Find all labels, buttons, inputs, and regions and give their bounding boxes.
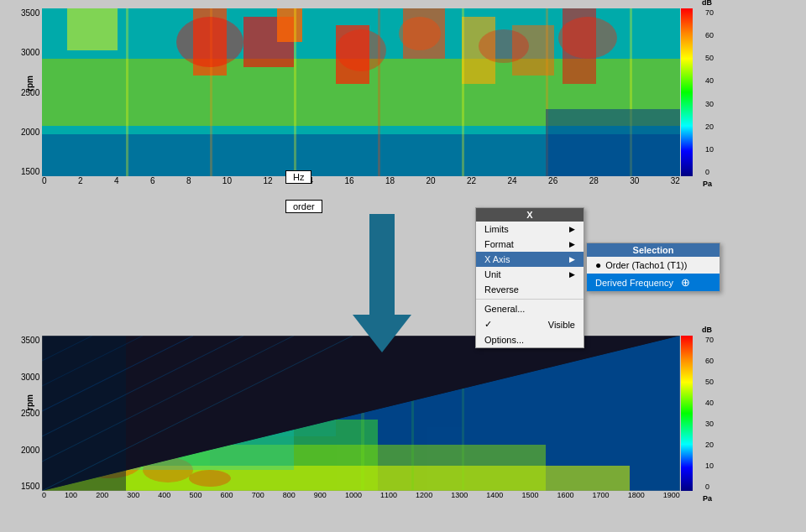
- bottom-colorbar-unit-pa: Pa: [703, 494, 712, 503]
- top-colorbar: dB 70 60 50: [672, 8, 714, 176]
- context-menu-unit[interactable]: Unit ▶: [476, 267, 584, 282]
- xaxis-arrow-icon: ▶: [569, 255, 575, 263]
- svg-point-24: [558, 17, 617, 59]
- bottom-x-axis-ticks: 0 100 200 300 400 500 600 700 800 900 10…: [42, 491, 680, 499]
- top-colorbar-unit-db: dB: [702, 0, 712, 7]
- svg-point-23: [479, 29, 529, 63]
- bottom-colorbar-unit-db: dB: [702, 326, 712, 334]
- top-colorbar-unit-pa: Pa: [703, 180, 712, 188]
- svg-rect-26: [681, 8, 693, 176]
- submenu-header: Selection: [587, 243, 720, 257]
- bottom-colorbar-gradient: [681, 336, 693, 491]
- svg-rect-50: [42, 336, 126, 491]
- context-menu-general[interactable]: General...: [476, 301, 584, 316]
- context-menu-limits[interactable]: Limits ▶: [476, 222, 584, 237]
- top-heatmap-area: [42, 8, 680, 176]
- context-menu-reverse[interactable]: Reverse: [476, 282, 584, 297]
- svg-rect-16: [462, 8, 464, 176]
- top-plot: rpm 3500 3000 2500 2000 1500: [25, 8, 714, 189]
- svg-point-40: [189, 470, 231, 487]
- bottom-colorbar-ticks: 70 60 50 40 30 20 10 0: [705, 336, 714, 491]
- svg-rect-25: [546, 109, 680, 176]
- top-heatmap-svg: [42, 8, 680, 176]
- svg-marker-29: [353, 315, 411, 352]
- main-container: rpm 3500 3000 2500 2000 1500: [0, 0, 806, 532]
- top-x-axis-ticks: 0 2 4 6 8 10 12 14 16 18 20 22 24 26 28 …: [42, 176, 680, 185]
- submenu-derived-frequency[interactable]: Derived Frequency ⊕: [587, 274, 720, 291]
- top-colorbar-gradient: [681, 8, 693, 176]
- svg-rect-15: [378, 8, 380, 176]
- order-bullet-icon: ●: [595, 259, 601, 271]
- context-menu-xaxis[interactable]: X Axis ▶: [476, 252, 584, 267]
- submenu-order[interactable]: ● Order (Tacho1 (T1)): [587, 257, 720, 274]
- svg-point-21: [336, 29, 386, 71]
- svg-rect-58: [681, 336, 693, 491]
- resize-cursor-icon: ⊕: [681, 276, 690, 289]
- unit-arrow-icon: ▶: [569, 270, 575, 279]
- bottom-heatmap-svg: [42, 336, 680, 491]
- svg-rect-28: [369, 214, 395, 315]
- bottom-colorbar: dB 70 60 50: [672, 336, 714, 491]
- context-menu-visible[interactable]: Visible: [476, 316, 584, 332]
- submenu: Selection ● Order (Tacho1 (T1)) Derived …: [586, 243, 720, 292]
- format-arrow-icon: ▶: [569, 240, 575, 248]
- svg-point-20: [176, 17, 243, 67]
- bottom-y-axis-ticks: 3500 3000 2500 2000 1500: [21, 336, 39, 491]
- svg-rect-14: [294, 8, 296, 176]
- svg-rect-5: [277, 8, 302, 42]
- context-menu-options[interactable]: Options...: [476, 332, 584, 347]
- top-colorbar-ticks: 70 60 50 40 30 20 10 0: [705, 8, 714, 176]
- bottom-x-axis-label: Hz: [285, 170, 311, 184]
- arrow-svg: [348, 214, 416, 352]
- svg-point-22: [399, 17, 441, 50]
- context-menu-separator: [476, 299, 584, 300]
- svg-rect-2: [67, 8, 118, 50]
- top-x-axis-label: order: [285, 200, 322, 213]
- bottom-plot: rpm 3500 3000 2500 2000 1500: [25, 336, 714, 520]
- svg-rect-12: [126, 8, 128, 176]
- limits-arrow-icon: ▶: [569, 225, 575, 233]
- big-arrow: [348, 214, 416, 354]
- context-menu-header: X: [476, 208, 584, 222]
- context-menu: X Limits ▶ Format ▶ X Axis ▶ Unit ▶ Reve…: [475, 207, 584, 348]
- context-menu-format[interactable]: Format ▶: [476, 237, 584, 252]
- bottom-heatmap-area: [42, 336, 680, 491]
- top-y-axis-ticks: 3500 3000 2500 2000 1500: [21, 8, 39, 176]
